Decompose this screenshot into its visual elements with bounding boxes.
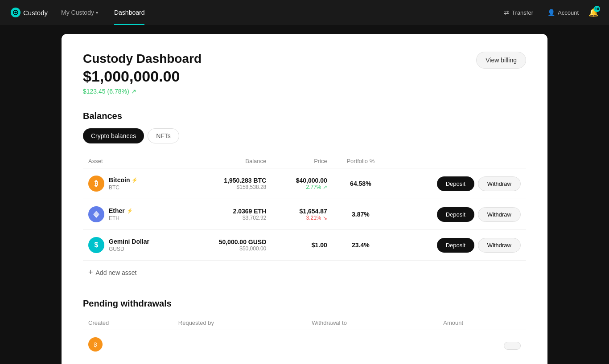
asset-table: Asset Balance Price Portfolio % ₿ Bitcoi… xyxy=(83,154,526,261)
asset-name-cell: ₿ Bitcoin ⚡ BTC xyxy=(88,176,182,192)
col-balance: Balance xyxy=(187,154,272,168)
balance-cell: 2.0369 ETH $3,702.92 xyxy=(187,199,272,230)
tab-crypto-balances[interactable]: Crypto balances xyxy=(83,128,144,143)
asset-full-name: Ether xyxy=(109,207,125,214)
balances-section: Balances Crypto balances NFTs Asset Bala… xyxy=(83,111,526,284)
page-wrapper: Custody Dashboard $1,000,000.00 $123.45 … xyxy=(0,25,609,364)
price-main: $1.00 xyxy=(277,241,327,249)
balances-tabs: Crypto balances NFTs xyxy=(83,128,526,143)
account-label: Account xyxy=(558,9,579,16)
transfer-icon: ⇄ xyxy=(504,9,509,16)
col-created: Created xyxy=(83,316,173,330)
pending-withdrawals-section: Pending withdrawals Created Requested by… xyxy=(83,299,526,359)
table-row: $ Gemini Dollar GUSD 50,000.00 GUSD $50,… xyxy=(83,230,526,261)
balance-usd: $50,000.00 xyxy=(193,245,267,252)
nav-item-my-custody[interactable]: My Custody ▾ xyxy=(55,0,104,25)
price-main: $1,654.87 xyxy=(277,208,327,215)
pending-btc-icon: ₿ xyxy=(88,337,103,352)
pending-table: Created Requested by Withdrawal to Amoun… xyxy=(83,316,526,359)
brand[interactable]: Custody xyxy=(11,8,48,17)
total-amount: $1,000,000.00 xyxy=(83,68,202,85)
nav-my-custody-label: My Custody xyxy=(61,9,94,16)
nav-right: ⇄ Transfer 👤 Account 🔔 10 xyxy=(499,6,598,19)
price-cell: $1.00 xyxy=(272,230,333,261)
view-billing-button[interactable]: View billing xyxy=(476,52,526,69)
deposit-button[interactable]: Deposit xyxy=(437,176,474,191)
asset-info: Bitcoin ⚡ BTC xyxy=(109,176,138,191)
balance-main: 1,950.283 BTC xyxy=(193,177,267,184)
change-pct: (6.78%) xyxy=(107,88,129,95)
eth-icon xyxy=(88,206,104,222)
asset-full-name: Gemini Dollar xyxy=(109,238,149,245)
balance-cell: 1,950.283 BTC $158,538.28 xyxy=(187,168,272,199)
btc-icon: ₿ xyxy=(88,176,104,192)
asset-name-cell: $ Gemini Dollar GUSD xyxy=(88,237,182,253)
pending-withdrawals-title: Pending withdrawals xyxy=(83,299,526,309)
lightning-icon: ⚡ xyxy=(127,208,133,214)
deposit-button[interactable]: Deposit xyxy=(437,207,474,222)
gusd-icon: $ xyxy=(88,237,104,253)
content-card: Custody Dashboard $1,000,000.00 $123.45 … xyxy=(62,34,547,364)
add-asset-label: Add new asset xyxy=(96,269,137,276)
portfolio-cell: 23.4% xyxy=(333,230,389,261)
asset-full-name: Bitcoin xyxy=(109,176,130,184)
asset-name-cell: Ether ⚡ ETH xyxy=(88,206,182,222)
change-amount: $123.45 xyxy=(83,88,106,95)
portfolio-cell: 3.87% xyxy=(333,199,389,230)
arrow-up-icon: ↗ xyxy=(131,88,136,95)
col-requested-by: Requested by xyxy=(173,316,306,330)
col-price: Price xyxy=(272,154,333,168)
page-title: Custody Dashboard xyxy=(83,52,202,66)
col-amount: Amount xyxy=(438,316,526,330)
nav-item-dashboard[interactable]: Dashboard xyxy=(108,0,151,25)
balance-main: 2.0369 ETH xyxy=(193,208,267,215)
table-row: Ether ⚡ ETH 2.0369 ETH $3,702.92 $1,654.… xyxy=(83,199,526,230)
balance-usd: $158,538.28 xyxy=(193,184,267,190)
notifications-bell[interactable]: 🔔 10 xyxy=(588,8,598,17)
asset-ticker: GUSD xyxy=(109,246,149,252)
asset-ticker: BTC xyxy=(109,184,138,191)
action-cell: Deposit Withdraw xyxy=(394,238,521,253)
brand-icon xyxy=(11,8,21,17)
account-button[interactable]: 👤 Account xyxy=(543,6,583,19)
withdraw-button[interactable]: Withdraw xyxy=(478,207,521,222)
price-main: $40,000.00 xyxy=(277,177,327,184)
table-row: ₿ Bitcoin ⚡ BTC 1,950.283 BTC $158,538.2… xyxy=(83,168,526,199)
account-icon: 👤 xyxy=(547,9,555,16)
brand-label: Custody xyxy=(23,9,48,16)
price-cell: $40,000.00 2.77% ↗ xyxy=(272,168,333,199)
transfer-button[interactable]: ⇄ Transfer xyxy=(499,6,538,19)
withdraw-button[interactable]: Withdraw xyxy=(478,176,521,191)
transfer-label: Transfer xyxy=(512,9,533,16)
tab-nfts[interactable]: NFTs xyxy=(148,128,179,143)
deposit-button[interactable]: Deposit xyxy=(437,238,474,253)
change-row: $123.45 (6.78%) ↗ xyxy=(83,88,202,95)
lightning-icon: ⚡ xyxy=(132,177,138,183)
withdraw-button[interactable]: Withdraw xyxy=(478,238,521,253)
asset-ticker: ETH xyxy=(109,215,133,221)
pending-action-button[interactable] xyxy=(504,342,521,350)
navbar: Custody My Custody ▾ Dashboard ⇄ Transfe… xyxy=(0,0,609,25)
nav-dashboard-label: Dashboard xyxy=(114,9,145,16)
asset-info: Gemini Dollar GUSD xyxy=(109,238,149,252)
header-left: Custody Dashboard $1,000,000.00 $123.45 … xyxy=(83,52,202,95)
asset-info: Ether ⚡ ETH xyxy=(109,207,133,221)
col-asset: Asset xyxy=(83,154,187,168)
action-cell: Deposit Withdraw xyxy=(394,176,521,191)
page-header: Custody Dashboard $1,000,000.00 $123.45 … xyxy=(83,52,526,95)
balance-main: 50,000.00 GUSD xyxy=(193,238,267,245)
col-withdrawal-to: Withdrawal to xyxy=(306,316,438,330)
action-cell: Deposit Withdraw xyxy=(394,207,521,222)
price-cell: $1,654.87 3.21% ↘ xyxy=(272,199,333,230)
col-portfolio: Portfolio % xyxy=(333,154,389,168)
balances-section-title: Balances xyxy=(83,111,526,121)
bell-badge: 10 xyxy=(594,6,600,12)
add-icon: + xyxy=(88,268,93,277)
portfolio-cell: 64.58% xyxy=(333,168,389,199)
pending-row: ₿ xyxy=(83,330,526,359)
balance-usd: $3,702.92 xyxy=(193,215,267,221)
chevron-down-icon: ▾ xyxy=(96,10,98,15)
balance-cell: 50,000.00 GUSD $50,000.00 xyxy=(187,230,272,261)
add-asset-row[interactable]: + Add new asset xyxy=(83,261,526,284)
